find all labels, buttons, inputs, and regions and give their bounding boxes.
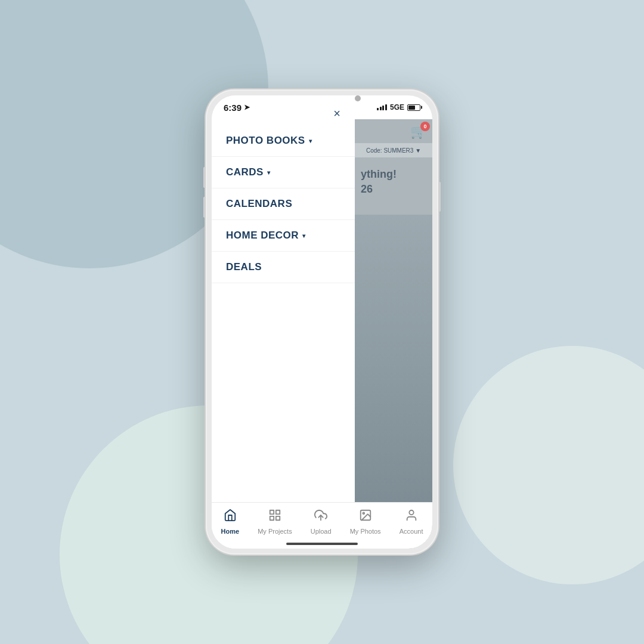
svg-rect-3 [276,516,280,520]
network-type: 5GE [390,103,404,112]
svg-rect-0 [270,510,274,514]
status-time: 6:39 ➤ [224,103,250,113]
promo-banner[interactable]: Code: SUMMER3 ▼ [355,143,432,157]
upload-icon [314,509,327,525]
tab-home[interactable]: Home [221,509,240,535]
nav-item-photo-books[interactable]: PHOTO BOOKS ▾ [212,125,355,157]
chevron-icon: ▾ [267,169,271,176]
nav-item-cards[interactable]: CARDS ▾ [212,157,355,188]
home-indicator [286,543,358,545]
svg-rect-2 [270,516,274,520]
tab-home-label: Home [221,528,240,535]
projects-icon [268,509,281,525]
svg-point-6 [363,512,364,514]
cart-badge: 0 [420,122,430,131]
phone-screen: 6:39 ➤ 5GE [212,95,432,549]
signal-bar-4 [385,104,387,110]
signal-bar-2 [380,107,382,110]
signal-bar-1 [377,108,379,110]
chevron-icon: ▾ [309,138,312,144]
volume-up-button [203,167,206,188]
tab-photos-label: My Photos [350,528,381,535]
nav-item-home-decor[interactable]: HOME DECOR ▾ [212,220,355,252]
bg-blob-3 [453,346,644,584]
location-icon: ➤ [244,103,250,112]
signal-bar-3 [382,106,384,110]
tab-account-label: Account [400,528,423,535]
svg-rect-1 [276,510,280,514]
volume-down-button [203,197,206,218]
app-right-panel: 🛒 0 Code: SUMMER3 ▼ ything! 26 [355,119,432,549]
tab-upload-label: Upload [311,528,332,535]
tab-my-projects[interactable]: My Projects [258,509,292,535]
battery-fill [408,106,415,110]
svg-point-7 [409,510,413,515]
chevron-icon: ▾ [302,233,306,239]
tab-account[interactable]: Account [400,509,423,535]
nav-item-deals[interactable]: DEALS [212,252,355,283]
account-icon [405,509,418,525]
tab-my-photos[interactable]: My Photos [350,509,381,535]
tab-projects-label: My Projects [258,528,292,535]
nav-item-calendars[interactable]: CALENDARS [212,188,355,220]
battery-icon [407,104,420,111]
tab-upload[interactable]: Upload [311,509,332,535]
photos-icon [359,509,372,525]
power-button [438,182,441,212]
nav-menu: × PHOTO BOOKS ▾ CARDS ▾ CALENDARS HOME D… [212,95,355,549]
signal-bars [377,104,387,110]
home-icon [224,509,237,525]
bottom-nav: Home My Projects [212,502,432,549]
app-hero-text: ything! 26 [361,167,432,197]
app-header-right: 🛒 0 [410,124,426,140]
status-right-area: 5GE [377,103,420,112]
phone-frame: 6:39 ➤ 5GE [206,89,438,555]
status-bar: 6:39 ➤ 5GE [212,95,432,119]
app-photo-area [355,215,432,507]
cart-icon-wrap[interactable]: 🛒 0 [410,124,426,140]
